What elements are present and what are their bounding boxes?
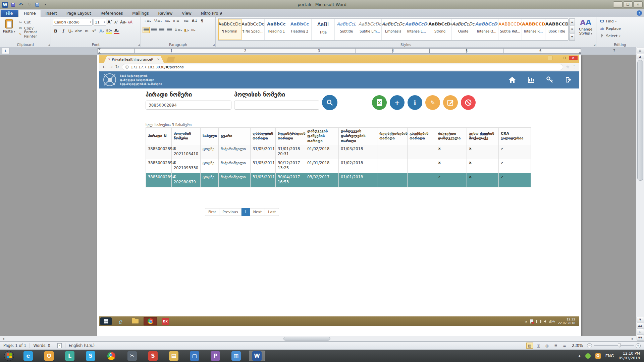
shrink-font-button[interactable]: A˅ — [114, 20, 119, 24]
scroll-left-icon[interactable]: ◀ — [1, 337, 6, 341]
align-center-button[interactable] — [151, 28, 157, 32]
style-subtle-em[interactable]: AaBbCcDcSubtle Em... — [358, 19, 382, 40]
address-bar[interactable]: i 172.17.7.103:3030/#/persons — [122, 64, 564, 70]
taskbar-remote-desktop-icon[interactable]: ▢ — [186, 351, 203, 361]
font-color-button[interactable]: A▾ — [114, 28, 119, 34]
numbering-button[interactable]: ⅓≡▾ — [154, 19, 162, 23]
taskbar-chrome-icon[interactable] — [103, 351, 119, 361]
page-first-button[interactable]: First — [205, 208, 219, 216]
zoom-slider[interactable]: − + — [587, 343, 641, 348]
new-tab-button[interactable] — [166, 57, 175, 62]
taskbar-word-icon[interactable]: W — [249, 351, 265, 361]
font-size-select[interactable]: 11▾ — [94, 19, 106, 25]
italic-button[interactable]: I — [60, 28, 66, 34]
borders-button[interactable]: ⊞▾ — [191, 28, 196, 32]
taskbar-paint-icon[interactable]: P — [207, 351, 223, 361]
sort-button[interactable]: A↓ — [192, 19, 198, 23]
tab-selector[interactable]: L — [2, 48, 9, 54]
ribbon-tab-file[interactable]: File — [1, 10, 18, 17]
browser-tab[interactable]: ✳ PrivateHealthInsuranceP ✕ — [104, 56, 164, 63]
style-intense-q[interactable]: AaBbCcDcIntense Q... — [475, 19, 499, 40]
horizontal-scroll-thumb[interactable] — [283, 337, 330, 341]
clipboard-dialog-launcher[interactable]: ◢ — [48, 44, 50, 46]
style-title[interactable]: AaBITitle — [312, 19, 335, 40]
first-line-indent-marker[interactable] — [98, 48, 101, 50]
replace-button[interactable]: abReplace — [596, 25, 644, 32]
zoom-slider-handle[interactable] — [618, 344, 621, 348]
edit-pencil-button[interactable]: ✎ — [425, 95, 440, 110]
key-icon[interactable] — [546, 76, 554, 84]
web-layout-view-button[interactable]: ◎ — [544, 343, 550, 349]
ribbon-tab-page-layout[interactable]: Page Layout — [62, 10, 96, 17]
line-spacing-button[interactable]: ↕≡▾ — [174, 28, 182, 32]
tray-hidden-icons-chevron[interactable]: ▲ — [579, 354, 581, 357]
hanging-indent-marker[interactable] — [98, 52, 101, 54]
policy-number-input[interactable] — [234, 101, 319, 110]
previous-page-icon[interactable]: ▲▲ — [637, 323, 644, 328]
next-page-icon[interactable]: ▼▼ — [637, 335, 644, 341]
language-status[interactable]: English (U.S.) — [65, 343, 98, 348]
style-heading-1[interactable]: AaBbCcHeading 1 — [265, 19, 288, 40]
zoom-out-icon[interactable]: − — [587, 343, 592, 348]
select-button[interactable]: Select ▾ — [596, 33, 644, 39]
horizontal-scrollbar[interactable]: ◀ ▶ — [0, 336, 636, 341]
page-1-button[interactable]: 1 — [241, 208, 250, 216]
right-indent-marker[interactable] — [579, 52, 581, 54]
vertical-scroll-thumb[interactable] — [637, 60, 643, 181]
fullscreen-reading-view-button[interactable]: ◫ — [535, 343, 542, 349]
logout-icon[interactable] — [565, 76, 573, 84]
align-right-button[interactable] — [159, 28, 164, 32]
taskbar-folder-icon[interactable]: ▤ — [166, 351, 182, 361]
style-normal[interactable]: AaBbCcDc¶ Normal — [218, 19, 241, 40]
format-painter-button[interactable]: ✎Format Painter — [18, 31, 51, 37]
ribbon-tab-view[interactable]: View — [177, 10, 196, 17]
ruler-toggle-icon[interactable]: ▤ — [637, 48, 644, 53]
start-button[interactable] — [100, 317, 112, 325]
styles-more-icon[interactable]: ▼̲ — [569, 34, 575, 41]
find-button[interactable]: Find ▾ — [596, 18, 644, 24]
ribbon-tab-references[interactable]: References — [96, 10, 128, 17]
info-button[interactable]: i — [408, 95, 422, 110]
multilevel-list-button[interactable]: ⁝≡▾ — [165, 19, 170, 23]
style-subtitle[interactable]: AaBbCcLSubtitle — [335, 19, 358, 40]
action-center-flag-icon[interactable] — [530, 319, 533, 323]
ribbon-tab-nitro-pro-9[interactable]: Nitro Pro 9 — [196, 10, 227, 17]
screenshot-clock[interactable]: 12:32 22.02.2018 — [558, 318, 575, 325]
table-row-selected[interactable]: 38850002894S 202980679ცოტნემაჭარაშვილი31… — [146, 173, 531, 187]
input-language-label[interactable]: ENG — [605, 354, 614, 358]
taskbar-snipping-tool-icon[interactable]: ✂ — [124, 351, 140, 361]
personal-number-input[interactable] — [146, 101, 231, 110]
tab-close-icon[interactable]: ✕ — [157, 58, 160, 61]
bullets-button[interactable]: ⁘≡▾ — [144, 19, 151, 23]
add-button[interactable]: + — [390, 95, 405, 110]
shading-button[interactable]: ◧▾ — [184, 28, 189, 32]
internet-explorer-icon[interactable]: e — [113, 317, 127, 325]
page-count[interactable]: Page: 1 of 1 — [0, 343, 30, 348]
site-info-icon[interactable]: i — [125, 65, 129, 69]
taskbar-lync-icon[interactable]: L — [62, 351, 78, 361]
justify-button[interactable] — [167, 28, 172, 32]
scroll-up-icon[interactable]: ▲ — [637, 54, 644, 59]
strikethrough-button[interactable]: abe — [75, 29, 82, 33]
hidden-icons-chevron[interactable]: ▲ — [525, 320, 527, 323]
draft-view-button[interactable]: ≡ — [561, 343, 568, 349]
font-family-select[interactable]: Calibri (Body)▾ — [53, 19, 93, 25]
search-button[interactable] — [322, 95, 337, 110]
style-emphasis[interactable]: AaBbCcDcEmphasis — [382, 19, 405, 40]
edit-note-button[interactable] — [443, 95, 458, 110]
paragraph-dialog-launcher[interactable]: ◢ — [213, 44, 215, 46]
decrease-indent-button[interactable]: ⇤≡ — [173, 19, 179, 23]
taskbar-outlook-icon[interactable]: O — [41, 351, 57, 361]
style-intense-r[interactable]: AABBCCDCIntense R... — [522, 19, 545, 40]
styles-scroll-up-icon[interactable]: ▲ — [569, 18, 575, 25]
keyboard-language-label[interactable]: ქარ — [549, 319, 555, 323]
ribbon-tab-mailings[interactable]: Mailings — [127, 10, 153, 17]
cancel-button[interactable] — [461, 95, 476, 110]
grow-font-button[interactable]: A˄ — [107, 20, 113, 24]
taskbar-clock[interactable]: 12:10 PM 05/03/2018 — [619, 351, 640, 361]
reload-icon[interactable]: ↻ — [115, 64, 119, 69]
style-book-title[interactable]: AABBCCDCBook Title — [545, 19, 569, 40]
maximize-button[interactable]: ❐ — [623, 1, 633, 8]
taskbar-internet-explorer-icon[interactable]: e — [20, 351, 36, 361]
show-paragraph-marks-button[interactable]: ¶ — [201, 19, 203, 23]
